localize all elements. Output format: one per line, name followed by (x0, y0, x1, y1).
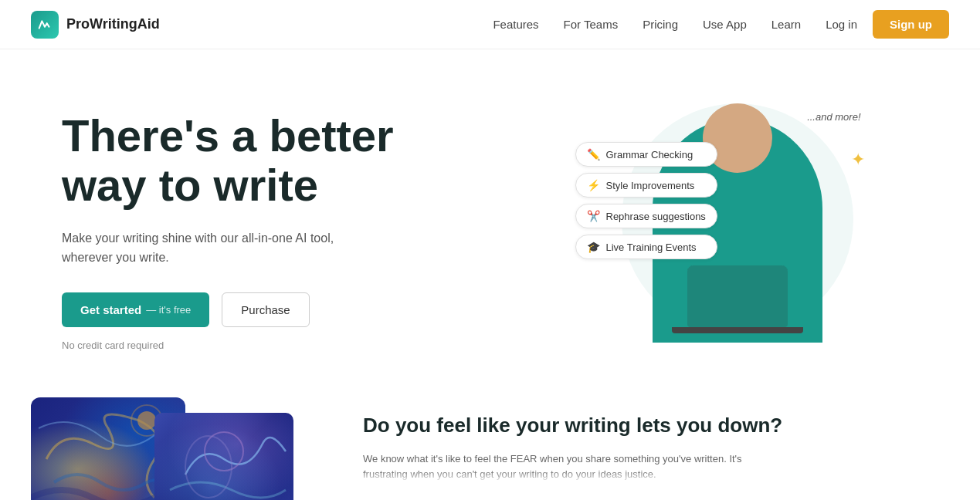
star-decoration: ✦ (851, 150, 865, 170)
pill-grammar: ✏️ Grammar Checking (575, 142, 717, 167)
nav-item-use-app[interactable]: Use App (703, 18, 747, 32)
pencil-icon: ✏️ (587, 148, 600, 160)
free-tag: — it's free (146, 304, 191, 316)
scissors-icon: ✂️ (587, 210, 600, 222)
hero-left: There's a better way to write Make your … (62, 96, 494, 351)
signup-button[interactable]: Sign up (873, 10, 949, 39)
hero-subtitle: Make your writing shine with our all-in-… (62, 228, 371, 268)
nav-item-for-teams[interactable]: For Teams (564, 18, 619, 32)
svg-point-3 (185, 436, 232, 498)
purchase-button[interactable]: Purchase (222, 292, 309, 327)
svg-point-0 (137, 411, 156, 430)
section-desc: We know what it's like to feel the FEAR … (363, 451, 749, 484)
nav-links: Features For Teams Pricing Use App Learn (493, 18, 801, 32)
login-button[interactable]: Log in (826, 18, 857, 31)
logo-icon (31, 11, 59, 39)
card-front (154, 413, 293, 500)
hero-title: There's a better way to write (62, 111, 494, 210)
nav-item-pricing[interactable]: Pricing (643, 18, 678, 32)
graduate-icon: 🎓 (587, 241, 600, 253)
hero-section: There's a better way to write Make your … (0, 49, 980, 382)
nav-item-learn[interactable]: Learn (771, 18, 801, 32)
nav-item-features[interactable]: Features (493, 18, 538, 32)
nav-right: Log in Sign up (826, 10, 949, 39)
artwork-cards: My idea in my head (31, 397, 293, 500)
no-credit-card-text: No credit card required (62, 340, 494, 351)
laptop-illustration (687, 265, 788, 327)
lower-left: My idea in my head (31, 397, 317, 500)
logo-text: ProWritingAid (66, 16, 160, 32)
hero-illustration: ✏️ Grammar Checking ⚡ Style Improvements… (575, 96, 869, 343)
hero-buttons: Get started — it's free Purchase (62, 292, 494, 327)
logo[interactable]: ProWritingAid (31, 11, 160, 39)
lower-section: My idea in my head Do you feel like your… (0, 382, 980, 500)
pill-training: 🎓 Live Training Events (575, 235, 717, 259)
pill-rephrase: ✂️ Rephrase suggestions (575, 204, 717, 228)
section-title: Do you feel like your writing lets you d… (363, 413, 918, 439)
lower-right: Do you feel like your writing lets you d… (363, 397, 918, 483)
svg-point-2 (205, 432, 243, 471)
laptop-screen (687, 265, 788, 327)
pill-style: ⚡ Style Improvements (575, 173, 717, 198)
get-started-button[interactable]: Get started — it's free (62, 292, 209, 327)
feature-pills: ✏️ Grammar Checking ⚡ Style Improvements… (575, 142, 717, 259)
hero-right: ✏️ Grammar Checking ⚡ Style Improvements… (494, 96, 949, 343)
main-nav: ProWritingAid Features For Teams Pricing… (0, 0, 980, 49)
lightning-icon: ⚡ (587, 179, 600, 191)
